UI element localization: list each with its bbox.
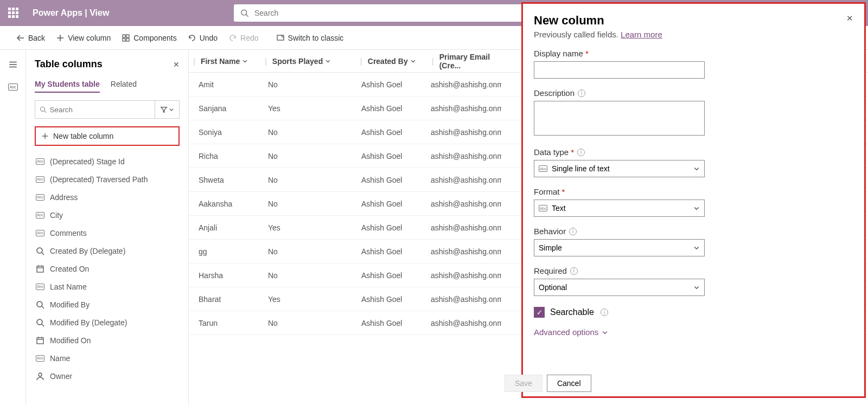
cell-sports-played: No [263,152,356,160]
info-icon[interactable]: i [570,267,578,275]
column-search-input[interactable] [50,106,150,114]
cell-primary-email: ashish@ashishg.onmic [425,128,501,137]
svg-rect-9 [277,35,284,40]
new-col-label: New table column [53,132,113,140]
abc-icon[interactable]: Abc [8,83,18,91]
description-label: Description i [534,88,853,98]
required-label: Required i [534,266,853,275]
sidebar-title: Table columns [35,59,103,70]
searchable-checkbox[interactable]: ✓ [534,307,545,318]
cell-sports-played: No [263,176,356,184]
column-list-item[interactable]: AbcComments [35,224,185,242]
tab-related[interactable]: Related [111,80,137,93]
hamburger-icon[interactable] [8,60,18,69]
undo-button[interactable]: Undo [188,34,218,42]
behavior-select[interactable]: Simple [534,239,705,256]
svg-rect-21 [37,266,43,272]
svg-point-0 [241,10,247,15]
cell-sports-played: No [263,319,356,327]
chevron-down-icon [410,58,416,64]
abc-icon: Abc [539,165,547,172]
cell-primary-email: ashish@ashishg.onmic [425,200,501,208]
svg-point-14 [41,107,45,111]
description-input[interactable] [534,101,705,136]
abc-icon: Abc [36,194,44,201]
tab-my-students[interactable]: My Students table [35,80,100,93]
cell-first-name: Bharat [193,295,263,304]
display-name-input[interactable] [534,61,705,79]
components-button[interactable]: Components [122,34,176,42]
column-list-item[interactable]: Owning Business Unit [35,385,185,385]
view-column-button[interactable]: View column [56,34,111,42]
svg-rect-8 [126,38,129,41]
column-list-item[interactable]: Modified By (Delegate) [35,313,185,331]
save-button[interactable]: Save [505,375,542,392]
search-icon [40,106,47,113]
back-button[interactable]: Back [16,34,45,42]
col-first-name[interactable]: First Name [195,57,265,66]
switch-classic-button[interactable]: Switch to classic [276,34,344,42]
column-list-item[interactable]: Abc(Deprecated) Traversed Path [35,170,185,188]
column-item-label: (Deprecated) Stage Id [50,157,125,166]
column-list-item[interactable]: AbcCity [35,206,185,224]
data-type-select[interactable]: AbcSingle line of text [534,160,705,177]
advanced-options-link[interactable]: Advanced options [534,327,853,337]
redo-button[interactable]: Redo [228,34,258,42]
svg-point-33 [39,373,42,376]
column-list-item[interactable]: Modified By [35,295,185,313]
cell-sports-played: No [263,247,356,256]
cell-primary-email: ashish@ashishg.onmic [425,271,501,280]
required-select[interactable]: Optional [534,279,705,296]
info-icon[interactable]: i [569,228,577,235]
filter-button[interactable] [155,100,180,119]
panel-subtitle: Previously called fields. Learn more [534,30,853,39]
column-list-item[interactable]: AbcLast Name [35,278,185,295]
cell-created-by: Ashish Goel [356,200,425,208]
cell-sports-played: Yes [263,223,356,232]
plus-icon [41,132,49,140]
column-list-item[interactable]: Owner [35,367,185,385]
cell-first-name: Soniya [193,128,263,137]
sidebar-close-icon[interactable]: ✕ [173,60,180,69]
cell-first-name: Richa [193,152,263,160]
format-select[interactable]: AbcText [534,200,705,217]
svg-line-20 [42,253,44,255]
svg-point-19 [37,248,42,253]
learn-more-link[interactable]: Learn more [621,30,662,39]
cell-first-name: Harsha [193,271,263,280]
cell-sports-played: Yes [263,295,356,304]
cell-first-name: gg [193,247,263,256]
waffle-icon[interactable] [8,8,19,18]
new-table-column-button[interactable]: New table column [35,126,180,146]
cancel-button[interactable]: Cancel [547,375,591,392]
column-search[interactable] [35,100,155,119]
info-icon[interactable]: i [601,308,608,316]
column-list-item[interactable]: Created On [35,260,185,278]
cell-sports-played: No [263,200,356,208]
undo-label: Undo [200,34,218,42]
chevron-down-icon [693,284,700,291]
col-created-by[interactable]: Created By [362,57,432,66]
cell-created-by: Ashish Goel [356,80,425,89]
column-list[interactable]: Abc(Deprecated) Stage IdAbc(Deprecated) … [35,152,188,385]
col-sports-played[interactable]: Sports Played [267,57,360,66]
cell-sports-played: No [263,271,356,280]
sidebar-tabs: My Students table Related [35,80,188,93]
col-primary-email[interactable]: Primary Email (Cre... [434,53,510,70]
info-icon[interactable]: i [578,89,585,97]
column-list-item[interactable]: AbcAddress [35,188,185,206]
column-list-item[interactable]: Modified On [35,331,185,349]
cell-created-by: Ashish Goel [356,223,425,232]
panel-close-icon[interactable]: ✕ [846,14,853,23]
column-item-label: (Deprecated) Traversed Path [50,175,148,184]
column-list-item[interactable]: Abc(Deprecated) Stage Id [35,152,185,170]
column-list-item[interactable]: AbcName [35,349,185,367]
info-icon[interactable]: i [577,149,585,156]
chevron-down-icon [325,58,331,64]
redo-icon [228,34,237,42]
switch-label: Switch to classic [288,34,344,42]
chevron-down-icon [602,329,608,336]
column-list-item[interactable]: Created By (Delegate) [35,242,185,260]
cell-created-by: Ashish Goel [356,176,425,184]
cell-first-name: Tarun [193,319,263,327]
